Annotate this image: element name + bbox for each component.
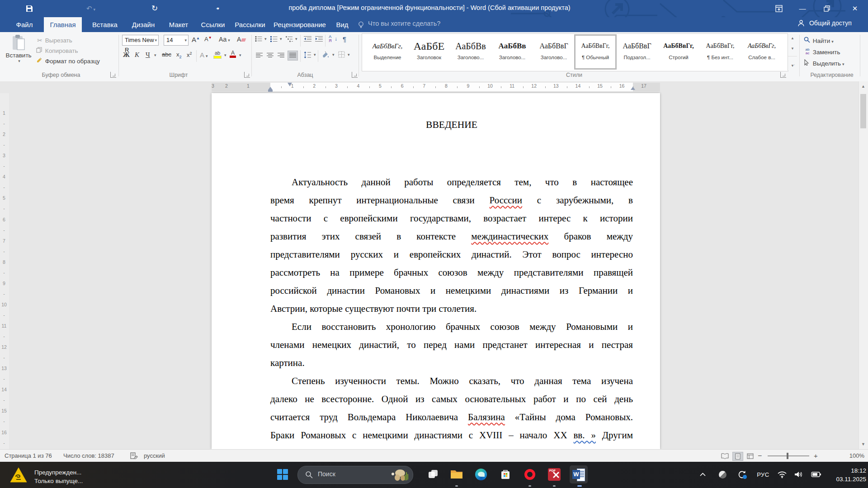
style-item-Выделение[interactable]: АаБбВвГг,Выделение (368, 36, 407, 68)
bullets-dropdown-icon[interactable]: ▾ (264, 37, 267, 41)
tell-me-bulb-icon[interactable] (357, 21, 365, 28)
numbering-button[interactable] (270, 36, 278, 42)
save-button[interactable] (24, 3, 35, 14)
font-name-combo[interactable]: Times New R▾ (122, 35, 159, 46)
style-item-Заголово...[interactable]: АаБбВвЗаголово... (451, 36, 491, 68)
shading-button[interactable] (321, 51, 330, 58)
strikethrough-button[interactable]: abc (162, 51, 171, 58)
document-line[interactable]: рассмотреть на примере брачных союзов ме… (270, 263, 633, 282)
style-item-Подзагол...[interactable]: АаБбВвГПодзагол... (617, 36, 657, 68)
read-mode-view-icon[interactable] (720, 452, 730, 460)
tab-Главная[interactable]: Главная (44, 17, 82, 32)
paragraph-dialog-launcher[interactable] (352, 72, 358, 78)
grow-font-button[interactable]: А▲ (192, 36, 200, 43)
tab-Макет[interactable]: Макет (165, 17, 192, 32)
document-page[interactable]: ВВЕДЕНИЕ Актуальность данной работы опре… (212, 93, 660, 449)
paste-dropdown-icon[interactable]: ▾ (7, 59, 32, 63)
pdf-editor-icon[interactable]: PDF (545, 465, 563, 483)
print-layout-view-icon[interactable] (732, 452, 743, 461)
tray-language-indicator[interactable]: РУС (754, 465, 772, 483)
close-button[interactable]: ✕ (842, 0, 868, 17)
tab-Дизайн[interactable]: Дизайн (128, 17, 158, 32)
battery-icon[interactable] (808, 465, 824, 483)
align-right-button[interactable] (278, 52, 284, 59)
document-line[interactable]: Степень изученности темы. Можно сказать,… (270, 372, 633, 390)
ribbon-display-options-button[interactable] (769, 0, 789, 17)
document-line[interactable]: далеко не всесторонне. Одной из самых ос… (270, 390, 633, 408)
style-item-Слабое в...[interactable]: АаБбВвГг,Слабое в... (742, 36, 782, 68)
hanging-indent-marker[interactable] (268, 87, 273, 90)
justify-button[interactable] (288, 51, 298, 61)
clock[interactable]: 18:12 03.11.2025 (826, 466, 866, 483)
document-line[interactable]: Н.М. Карамзина П (270, 444, 633, 449)
first-line-indent-marker[interactable] (288, 83, 292, 86)
shading-dropdown-icon[interactable]: ▾ (332, 52, 335, 57)
show-paragraph-marks-button[interactable]: ¶ (343, 35, 346, 43)
right-indent-marker[interactable] (631, 87, 635, 90)
document-line[interactable]: частности с европейскими государствами, … (270, 209, 633, 227)
volume-icon[interactable] (791, 465, 806, 483)
multilevel-dropdown-icon[interactable]: ▾ (295, 37, 297, 41)
document-line[interactable]: время крепнут интернациональные связи Ро… (270, 191, 633, 209)
borders-button[interactable] (338, 51, 345, 58)
find-button[interactable]: Найти▾ (804, 37, 834, 44)
tab-Вставка[interactable]: Вставка (89, 17, 121, 32)
superscript-button[interactable]: x2 (187, 51, 192, 58)
highlight-color-button[interactable]: ab (213, 50, 222, 59)
format-painter-button[interactable]: Формат по образцу (36, 57, 100, 65)
microsoft-store-icon[interactable] (496, 465, 514, 483)
change-case-button[interactable]: Аа▾ (219, 36, 230, 43)
zoom-in-button[interactable]: + (814, 450, 818, 462)
horizontal-ruler[interactable]: 3211234567891011121314151617 (0, 81, 868, 93)
search-highlight-image[interactable] (389, 468, 409, 482)
page-indicator[interactable]: Страница 1 из 76 (5, 450, 52, 462)
vertical-ruler[interactable]: 1-2-3-4-5-6-7-8-9-10-11-12-13-14-15-16- (0, 93, 9, 449)
clipboard-dialog-launcher[interactable] (110, 72, 116, 78)
increase-indent-button[interactable] (315, 36, 323, 42)
undo-button[interactable]: ↶▾ (84, 3, 98, 14)
italic-button[interactable]: К (135, 51, 139, 59)
document-line[interactable]: Браки Романовых с немецкими династиями с… (270, 426, 633, 444)
underline-button[interactable]: Ч (146, 51, 150, 59)
style-item-¶ Обычный[interactable]: АаБбВвГг,¶ Обычный (576, 36, 615, 68)
tab-Ссылки[interactable]: Ссылки (199, 17, 227, 32)
zoom-out-button[interactable]: − (758, 450, 762, 462)
style-item-¶ Без инт...[interactable]: АаБбВвГг,¶ Без инт... (700, 36, 740, 68)
vertical-scrollbar[interactable] (859, 81, 868, 449)
clear-formatting-button[interactable]: А (237, 36, 245, 43)
language-indicator[interactable]: русский (144, 450, 165, 462)
align-left-button[interactable] (256, 52, 263, 59)
tray-circle-icon[interactable] (716, 465, 729, 483)
file-explorer-icon[interactable] (448, 465, 466, 483)
styles-scroll-up-icon[interactable]: ▲ (788, 33, 797, 40)
zoom-slider-thumb[interactable] (787, 453, 788, 459)
shrink-font-button[interactable]: А▼ (204, 36, 212, 42)
text-effects-button[interactable]: А▾ (200, 51, 208, 59)
redo-button[interactable]: ↻ (149, 3, 160, 14)
zoom-level[interactable]: 100% (826, 450, 864, 462)
replace-button[interactable]: abac Заменить (804, 48, 840, 56)
underline-dropdown-icon[interactable]: ▾ (154, 53, 156, 57)
start-button[interactable] (274, 465, 292, 483)
multilevel-list-button[interactable] (286, 36, 293, 42)
tab-Вид[interactable]: Вид (334, 17, 351, 32)
style-item-Заголовок[interactable]: АаБбЕЗаголовок (409, 36, 449, 68)
tray-expand-icon[interactable] (696, 465, 709, 483)
tab-Рассылки[interactable]: Рассылки (234, 17, 266, 32)
document-line[interactable]: развития этих связей в контексте междина… (270, 227, 633, 245)
tab-Рецензирование[interactable]: Рецензирование (273, 17, 326, 32)
scroll-down-icon[interactable]: ▼ (860, 442, 866, 446)
restore-button[interactable] (816, 0, 837, 17)
document-line[interactable]: Австрии, которые существуют почти три ст… (270, 300, 633, 318)
paste-button[interactable]: Вставить ▾ (5, 35, 32, 63)
word-count[interactable]: Число слов: 18387 (63, 450, 114, 462)
bullets-button[interactable] (255, 36, 262, 42)
zoom-slider-track[interactable] (768, 455, 809, 456)
task-view-button[interactable] (424, 465, 442, 483)
borders-dropdown-icon[interactable]: ▾ (348, 52, 350, 57)
document-line[interactable]: Актуальность данной работы определяется … (270, 173, 633, 191)
styles-gallery-more-icon[interactable]: ▼̄ (788, 56, 797, 68)
scroll-up-icon[interactable]: ▲ (860, 84, 866, 89)
highlight-dropdown-icon[interactable]: ▾ (224, 53, 226, 57)
document-line[interactable]: членами немецких династий, то перед нами… (270, 336, 633, 354)
